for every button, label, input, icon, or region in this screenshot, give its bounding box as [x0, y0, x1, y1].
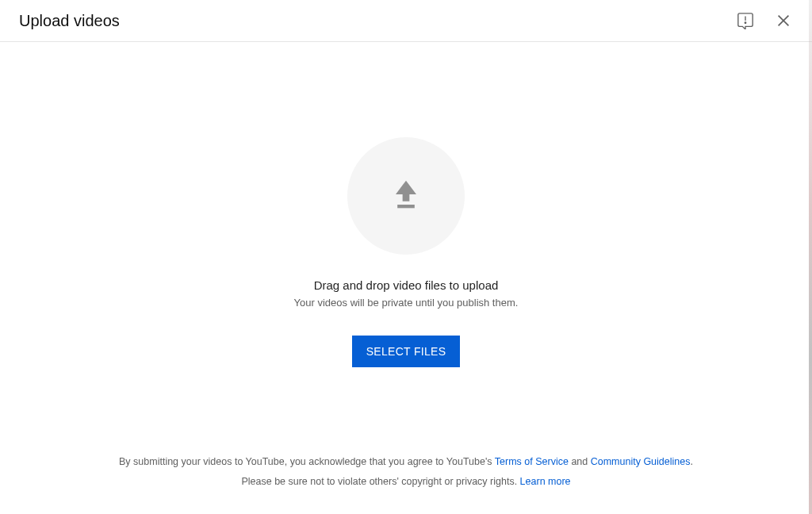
footer-line-1: By submitting your videos to YouTube, yo… — [0, 452, 812, 472]
drag-drop-text: Drag and drop video files to upload — [314, 278, 499, 292]
upload-arrow-icon — [385, 174, 427, 218]
private-notice-text: Your videos will be private until you pu… — [294, 297, 519, 309]
community-guidelines-link[interactable]: Community Guidelines — [591, 456, 691, 467]
upload-drop-zone[interactable] — [347, 137, 465, 255]
upload-dialog: Upload videos — [0, 0, 812, 514]
header-actions — [736, 11, 793, 30]
select-files-button[interactable]: SELECT FILES — [352, 336, 461, 367]
feedback-icon[interactable] — [736, 11, 755, 30]
svg-point-1 — [745, 22, 745, 23]
footer-text: Please be sure not to violate others' co… — [241, 476, 519, 487]
close-icon[interactable] — [774, 11, 793, 30]
footer-legal: By submitting your videos to YouTube, yo… — [0, 452, 812, 514]
footer-text: . — [690, 456, 692, 467]
dialog-header: Upload videos — [0, 0, 812, 42]
terms-of-service-link[interactable]: Terms of Service — [495, 456, 569, 467]
upload-main: Drag and drop video files to upload Your… — [0, 42, 812, 452]
svg-rect-4 — [397, 205, 415, 208]
footer-line-2: Please be sure not to violate others' co… — [0, 472, 812, 492]
dialog-title: Upload videos — [19, 12, 120, 30]
learn-more-link[interactable]: Learn more — [520, 476, 571, 487]
scrollbar-edge — [809, 0, 812, 514]
footer-text: and — [569, 456, 591, 467]
footer-text: By submitting your videos to YouTube, yo… — [119, 456, 495, 467]
